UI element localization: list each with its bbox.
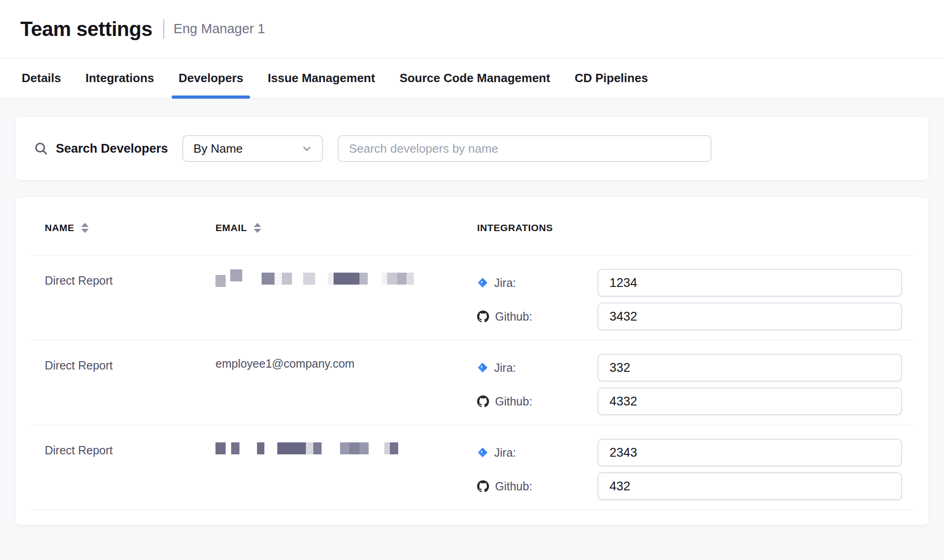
jira-field-label: Jira:	[477, 276, 597, 290]
tab-bar: Details Integrations Developers Issue Ma…	[0, 58, 944, 99]
github-field-label: Github:	[477, 395, 597, 408]
developer-email	[201, 256, 477, 340]
github-field-label: Github:	[477, 310, 597, 323]
jira-icon	[477, 447, 488, 458]
search-icon	[34, 141, 48, 156]
tab-developers[interactable]: Developers	[172, 58, 250, 98]
jira-id-input[interactable]	[597, 354, 902, 381]
tab-cd-pipelines[interactable]: CD Pipelines	[568, 58, 655, 98]
column-integrations-label: INTEGRATIONS	[477, 222, 553, 233]
redacted-email	[215, 270, 477, 287]
jira-field-label: Jira:	[477, 361, 597, 375]
github-id-input[interactable]	[597, 472, 902, 500]
github-field-label: Github:	[477, 480, 597, 493]
table-row: Direct Report employee1@company.com Jira…	[30, 340, 914, 425]
sort-name-icon[interactable]	[81, 223, 89, 233]
developer-email: employee1@company.com	[201, 340, 477, 425]
title-divider	[163, 19, 164, 39]
table-row: Direct Report	[30, 425, 914, 510]
github-icon	[477, 310, 489, 322]
developer-email	[201, 425, 477, 510]
jira-icon	[477, 362, 488, 373]
page-header: Team settings Eng Manager 1	[0, 0, 944, 58]
developer-name: Direct Report	[30, 340, 201, 425]
integrations-cell: Jira: Github:	[477, 256, 914, 340]
tab-details[interactable]: Details	[15, 58, 68, 98]
team-name: Eng Manager 1	[173, 21, 265, 36]
tab-integrations[interactable]: Integrations	[78, 58, 161, 98]
search-filter-select[interactable]: By Name	[182, 135, 323, 162]
integrations-cell: Jira: Github:	[477, 340, 914, 425]
developer-name: Direct Report	[30, 256, 201, 340]
search-card: Search Developers By Name	[15, 116, 929, 181]
search-input[interactable]	[338, 135, 711, 162]
jira-icon	[477, 277, 488, 288]
jira-id-input[interactable]	[597, 269, 902, 297]
developer-name: Direct Report	[30, 425, 201, 510]
column-email-label: EMAIL	[215, 222, 247, 233]
chevron-down-icon	[301, 143, 313, 155]
redacted-email	[215, 440, 477, 457]
page-title: Team settings	[20, 18, 152, 41]
integrations-cell: Jira: Github:	[477, 425, 914, 510]
jira-field-label: Jira:	[477, 446, 597, 459]
table-row: Direct Report	[30, 256, 914, 340]
github-icon	[477, 480, 489, 492]
search-filter-value: By Name	[193, 142, 301, 156]
developers-table: NAME EMAIL INTEGRATIONS Direct Report	[15, 197, 929, 525]
sort-email-icon[interactable]	[254, 223, 261, 233]
table-header-row: NAME EMAIL INTEGRATIONS	[30, 197, 914, 256]
github-id-input[interactable]	[597, 303, 902, 330]
github-id-input[interactable]	[597, 387, 902, 415]
developers-panel: Search Developers By Name NAME EMAIL INT…	[0, 99, 944, 525]
tab-issue-management[interactable]: Issue Management	[261, 58, 382, 98]
github-icon	[477, 395, 489, 407]
search-developers-label: Search Developers	[56, 142, 168, 156]
column-name-label: NAME	[45, 222, 74, 233]
jira-id-input[interactable]	[597, 439, 902, 466]
tab-source-code-management[interactable]: Source Code Management	[393, 58, 557, 98]
